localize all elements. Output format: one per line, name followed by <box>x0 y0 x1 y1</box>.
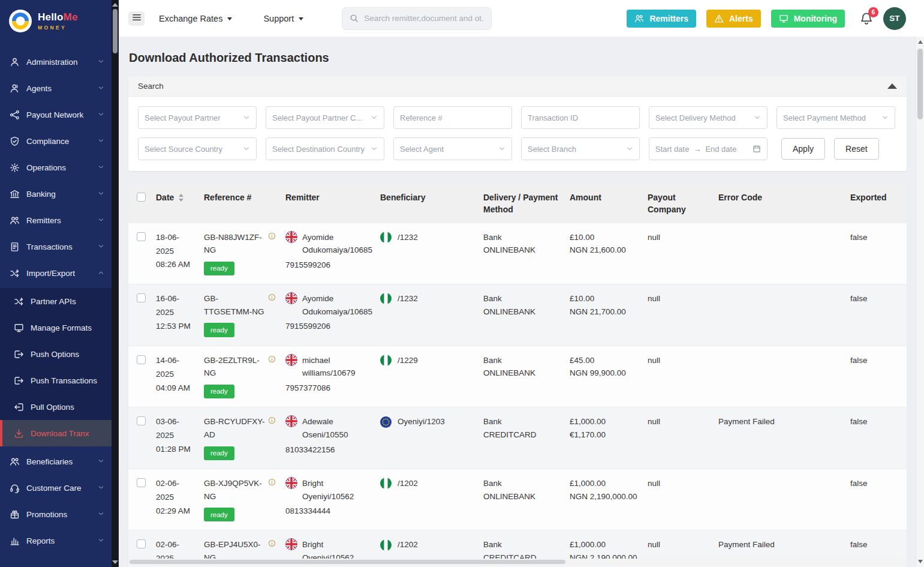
chevron-down-icon <box>98 84 104 93</box>
amount-cell: £1,000.00€1,170.00 <box>565 407 643 469</box>
info-icon[interactable] <box>268 478 276 486</box>
sidebar-item-banking[interactable]: Banking <box>0 181 112 207</box>
flag-ng-icon <box>380 293 392 304</box>
sidebar-item-pull-options[interactable]: Pull Options <box>0 394 112 420</box>
table-row[interactable]: 18-06-202508:26 AMGB-N88JW1ZF-NGreadyAyo… <box>128 223 907 284</box>
row-checkbox[interactable] <box>137 355 146 364</box>
user-avatar[interactable]: ST <box>883 7 906 30</box>
select-all-checkbox[interactable] <box>137 193 146 202</box>
sidebar-item-customer-care[interactable]: Customer Care <box>0 475 112 501</box>
sidebar-item-manage-formats[interactable]: Manage Formats <box>0 314 112 341</box>
sidebar-item-agents[interactable]: Agents <box>0 75 112 101</box>
scroll-down-icon[interactable] <box>918 560 923 563</box>
filter-select-agent[interactable]: Select Agent <box>393 137 512 160</box>
support-menu[interactable]: Support <box>263 14 303 23</box>
info-icon[interactable] <box>268 416 276 424</box>
delivery-payment-cell: BankCREDITCARD <box>478 407 565 469</box>
brand-logo[interactable]: HelloMe MONEY <box>0 0 112 41</box>
row-checkbox[interactable] <box>137 478 146 487</box>
sidebar-item-download-tranx[interactable]: Download Tranx <box>0 420 112 446</box>
info-icon[interactable] <box>268 293 276 301</box>
chevron-down-icon <box>98 58 104 67</box>
sidebar-item-administration[interactable]: Administration <box>0 49 112 75</box>
table-row[interactable]: 02-06-202502:29 AMGB-XJ9QP5VK-NGreadyBri… <box>128 469 907 530</box>
sidebar-item-push-transactions[interactable]: Push Transactions <box>0 367 112 394</box>
error-code-cell <box>714 223 845 284</box>
sidebar-scrollbar[interactable] <box>112 0 119 567</box>
topbar-actions: Remitters Alerts Monitoring 6 ST <box>627 7 906 30</box>
error-code-cell <box>714 346 845 407</box>
filter-select-source-country[interactable]: Select Source Country <box>138 137 257 160</box>
filter-reference[interactable] <box>393 106 512 129</box>
sidebar-item-beneficiaries[interactable]: Beneficiaries <box>0 448 112 475</box>
remitters-button[interactable]: Remitters <box>627 10 696 28</box>
sidebar-item-reports[interactable]: Reports <box>0 527 112 554</box>
beneficiary-cell: /1202 <box>375 469 478 530</box>
filter-select-branch[interactable]: Select Branch <box>521 137 640 160</box>
column-header-beneficiary: Beneficiary <box>375 185 478 223</box>
scroll-up-icon[interactable] <box>112 3 118 7</box>
alerts-button[interactable]: Alerts <box>706 10 761 28</box>
row-checkbox[interactable] <box>137 293 146 302</box>
checkbox-cell <box>128 223 151 284</box>
sidebar-item-transactions[interactable]: Transactions <box>0 233 112 260</box>
sidebar-item-partner-apis[interactable]: Partner APIs <box>0 288 112 314</box>
manage-formats-icon <box>14 323 24 333</box>
filter-select-payout-partner-c[interactable]: Select Payout Partner C... <box>266 106 384 129</box>
checkbox-cell <box>128 469 151 530</box>
filter-select-destination-country[interactable]: Select Destination Country <box>266 137 384 160</box>
row-checkbox[interactable] <box>137 539 146 548</box>
column-header-payout-company: Payout Company <box>643 185 714 223</box>
apply-button[interactable]: Apply <box>781 138 825 160</box>
filter-transaction-id[interactable] <box>521 106 640 129</box>
reset-button[interactable]: Reset <box>834 138 879 160</box>
info-icon[interactable] <box>268 232 276 240</box>
sidebar-item-compliance[interactable]: Compliance <box>0 128 112 154</box>
horizontal-scrollbar-thumb[interactable] <box>130 560 565 564</box>
table-row[interactable]: 16-06-202512:53 PMGB-TTGSETMM-NGreadyAyo… <box>128 284 907 346</box>
sidebar-item-push-options[interactable]: Push Options <box>0 341 112 367</box>
exported-cell: false <box>845 346 907 407</box>
caret-down-icon <box>227 17 232 20</box>
filter-select-delivery-method[interactable]: Select Delivery Method <box>649 106 768 129</box>
sidebar-item-remitters[interactable]: Remitters <box>0 207 112 233</box>
arrow-right-icon: → <box>693 145 701 154</box>
filter-date-range[interactable]: Start date→End date <box>649 137 768 160</box>
date-cell: 03-06-202501:28 PM <box>151 407 199 469</box>
info-icon[interactable] <box>268 539 276 547</box>
notifications-button[interactable]: 6 <box>860 12 873 25</box>
global-search[interactable] <box>342 7 492 30</box>
chevron-down-icon <box>626 145 633 152</box>
filter-select-payment-method[interactable]: Select Payment Method <box>776 106 895 129</box>
error-code-cell <box>714 284 845 346</box>
monitoring-button[interactable]: Monitoring <box>771 10 845 28</box>
sidebar-scrollbar-thumb[interactable] <box>113 9 118 53</box>
row-checkbox[interactable] <box>137 416 146 425</box>
row-checkbox[interactable] <box>137 232 146 241</box>
beneficiary-cell: /1232 <box>375 284 478 346</box>
search-panel-header[interactable]: Search <box>128 76 907 97</box>
column-header-exported: Exported <box>845 185 907 223</box>
scroll-down-icon[interactable] <box>112 560 118 564</box>
sidebar-item-operations[interactable]: Operations <box>0 154 112 181</box>
collapse-icon[interactable] <box>887 83 897 89</box>
global-search-input[interactable] <box>364 14 484 23</box>
table-row[interactable]: 14-06-202504:09 AMGB-2EZLTR9L-NGreadymic… <box>128 346 907 407</box>
hamburger-menu-button[interactable] <box>128 11 145 26</box>
page-scrollbar[interactable] <box>916 37 924 567</box>
table-row[interactable]: 03-06-202501:28 PMGB-RCYUDFXY-ADreadyAde… <box>128 407 907 469</box>
date-cell: 16-06-202512:53 PM <box>151 284 199 346</box>
page-scrollbar-thumb[interactable] <box>917 49 923 119</box>
sort-icon[interactable] <box>179 194 183 202</box>
banking-icon <box>10 189 20 199</box>
info-icon[interactable] <box>268 355 276 363</box>
scroll-up-icon[interactable] <box>918 40 923 44</box>
sidebar-item-promotions[interactable]: Promotions <box>0 501 112 527</box>
sidebar-item-import-export[interactable]: Import/Export <box>0 260 112 286</box>
exchange-rates-menu[interactable]: Exchange Rates <box>159 14 232 23</box>
horizontal-scrollbar[interactable] <box>128 559 907 565</box>
sidebar-item-payout-network[interactable]: Payout Network <box>0 101 112 128</box>
date-cell: 02-06-202502:29 AM <box>151 469 199 530</box>
column-header-date[interactable]: Date <box>151 185 199 223</box>
filter-select-payout-partner[interactable]: Select Payout Partner <box>138 106 257 129</box>
